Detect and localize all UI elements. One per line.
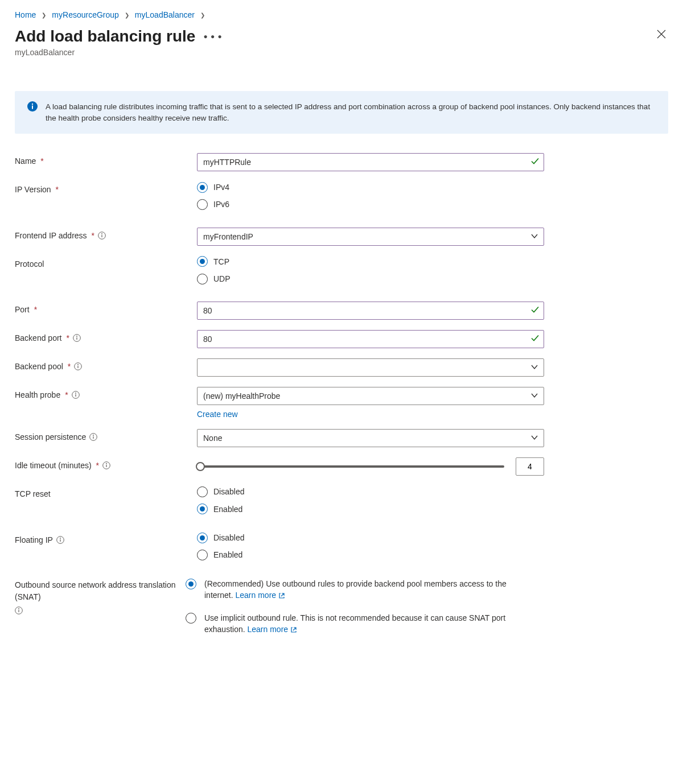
more-icon[interactable]: ● ● ● (203, 32, 222, 40)
required-icon: * (96, 461, 99, 470)
healthprobe-select[interactable]: (new) myHealthProbe (197, 387, 544, 405)
breadcrumb-link-lb[interactable]: myLoadBalancer (135, 10, 195, 19)
svg-rect-7 (76, 337, 77, 340)
info-circle-icon[interactable] (89, 433, 97, 441)
info-text: A load balancing rule distributes incomi… (46, 101, 656, 123)
protocol-label: Protocol (15, 259, 44, 269)
tcpreset-enabled-radio[interactable]: Enabled (197, 504, 668, 515)
disabled-label: Disabled (213, 486, 244, 497)
external-link-icon (278, 591, 285, 602)
tcpreset-label: TCP reset (15, 489, 51, 498)
ipv4-label: IPv4 (213, 181, 229, 193)
required-icon: * (56, 185, 59, 194)
svg-rect-13 (75, 394, 76, 397)
snat-recommended-radio[interactable]: (Recommended) Use outbound rules to prov… (186, 578, 537, 603)
info-circle-icon[interactable] (98, 232, 106, 240)
breadcrumb-link-rg[interactable]: myResourceGroup (52, 10, 119, 19)
snat-implicit-radio[interactable]: Use implicit outbound rule. This is not … (186, 612, 537, 637)
svg-point-8 (76, 336, 77, 337)
port-input[interactable] (197, 302, 544, 320)
learn-more-link[interactable]: Learn more (248, 625, 298, 634)
close-icon[interactable] (655, 27, 668, 43)
floatingip-disabled-radio[interactable]: Disabled (197, 532, 668, 543)
svg-point-20 (106, 463, 107, 464)
required-icon: * (40, 156, 43, 166)
backendpool-select[interactable] (197, 358, 544, 377)
frontendip-label: Frontend IP address (15, 231, 87, 240)
svg-point-23 (60, 538, 61, 539)
info-circle-icon[interactable] (15, 606, 23, 614)
snat-implicit-label: Use implicit outbound rule. This is not … (204, 612, 537, 637)
ipv6-label: IPv6 (213, 199, 229, 210)
port-label: Port (15, 305, 30, 314)
idletimeout-value-input[interactable] (516, 457, 544, 476)
disabled-label: Disabled (213, 532, 244, 543)
info-circle-icon[interactable] (74, 362, 82, 370)
chevron-down-icon (531, 363, 538, 372)
check-icon (530, 306, 540, 316)
chevron-down-icon (531, 391, 538, 401)
breadcrumb-sep: ❯ (198, 12, 207, 18)
svg-rect-25 (18, 610, 19, 612)
floatingip-label: Floating IP (15, 535, 53, 544)
ipversion-ipv4-radio[interactable]: IPv4 (197, 181, 668, 193)
breadcrumb-link-home[interactable]: Home (15, 10, 36, 19)
required-icon: * (65, 390, 68, 399)
snat-label: Outbound source network address translat… (15, 579, 186, 603)
chevron-down-icon (531, 434, 538, 443)
info-icon (27, 101, 38, 113)
svg-rect-19 (106, 465, 106, 467)
protocol-tcp-radio[interactable]: TCP (197, 256, 668, 267)
external-link-icon (290, 625, 297, 636)
svg-rect-1 (32, 106, 33, 109)
info-circle-icon[interactable] (102, 461, 110, 469)
info-circle-icon[interactable] (73, 334, 81, 342)
svg-rect-10 (78, 366, 79, 368)
chevron-down-icon (531, 232, 538, 241)
healthprobe-label: Health probe (15, 390, 60, 399)
sessionpersistence-select[interactable]: None (197, 429, 544, 447)
tcpreset-disabled-radio[interactable]: Disabled (197, 486, 668, 497)
required-icon: * (67, 333, 69, 343)
svg-point-11 (77, 364, 79, 365)
sessionpersistence-label: Session persistence (15, 432, 86, 441)
check-icon (530, 334, 540, 345)
name-label: Name (15, 156, 36, 166)
check-icon (530, 157, 540, 168)
sessionpersistence-value: None (203, 434, 222, 443)
svg-point-26 (18, 608, 19, 609)
required-icon: * (92, 231, 94, 240)
ipversion-label: IP Version (15, 185, 51, 194)
svg-point-2 (32, 104, 33, 105)
ipversion-ipv6-radio[interactable]: IPv6 (197, 199, 668, 210)
slider-thumb[interactable] (196, 462, 205, 471)
snat-recommended-label: (Recommended) Use outbound rules to prov… (204, 578, 537, 603)
tcp-label: TCP (213, 256, 229, 267)
info-circle-icon[interactable] (72, 391, 80, 399)
idletimeout-slider[interactable] (197, 465, 504, 468)
breadcrumb: Home ❯ myResourceGroup ❯ myLoadBalancer … (15, 9, 668, 27)
svg-rect-22 (60, 539, 60, 542)
frontendip-select[interactable]: myFrontendIP (197, 228, 544, 246)
frontendip-value: myFrontendIP (203, 232, 253, 241)
name-input[interactable] (197, 153, 544, 171)
info-circle-icon[interactable] (56, 536, 64, 544)
floatingip-enabled-radio[interactable]: Enabled (197, 549, 668, 560)
info-banner: A load balancing rule distributes incomi… (15, 91, 668, 134)
learn-more-link[interactable]: Learn more (235, 591, 285, 600)
enabled-label: Enabled (213, 549, 242, 560)
healthprobe-value: (new) myHealthProbe (203, 391, 280, 401)
udp-label: UDP (213, 273, 231, 284)
svg-point-5 (101, 233, 102, 234)
svg-rect-16 (93, 436, 94, 439)
backendport-input[interactable] (197, 330, 544, 348)
breadcrumb-sep: ❯ (122, 12, 131, 18)
breadcrumb-sep: ❯ (39, 12, 48, 18)
page-title: Add load balancing rule (15, 27, 195, 46)
required-icon: * (34, 305, 37, 314)
svg-point-14 (75, 393, 76, 394)
create-new-link[interactable]: Create new (197, 410, 238, 419)
protocol-udp-radio[interactable]: UDP (197, 273, 668, 284)
page-subtitle: myLoadBalancer (15, 48, 223, 57)
required-icon: * (68, 362, 71, 371)
